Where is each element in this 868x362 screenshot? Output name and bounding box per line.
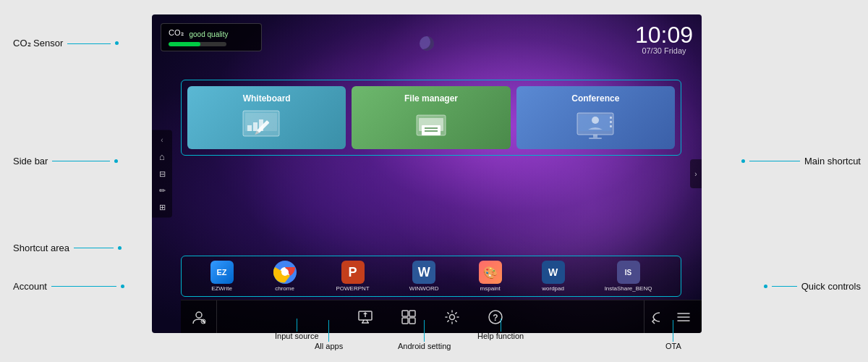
moon-icon [420, 36, 434, 51]
sidebar-apps-icon[interactable]: ⊞ [159, 203, 166, 212]
whiteboard-app[interactable]: Whiteboard [187, 86, 346, 149]
word-label: WINWORD [409, 285, 439, 292]
svg-rect-2 [247, 125, 252, 131]
svg-rect-9 [422, 125, 441, 135]
input-source-icon [357, 309, 373, 325]
sidebar-collapse-icon[interactable]: ‹ [161, 136, 163, 144]
conference-app[interactable]: Conference [516, 86, 675, 149]
main-shortcut-area: Whiteboard File manager [181, 80, 681, 156]
all-apps-annotation: All apps [315, 320, 343, 350]
mspaint-shortcut[interactable]: 🎨 mspaint [479, 261, 502, 292]
shortcut-area-label: Shortcut area [13, 243, 69, 253]
instashare-shortcut[interactable]: IS InstaShare_BENQ [605, 261, 652, 292]
co2-widget: CO₂ good quality [161, 23, 262, 51]
svg-rect-3 [253, 122, 258, 131]
screen-right-arrow[interactable]: › [690, 159, 702, 188]
co2-quality: good quality [190, 30, 229, 38]
clock-date: 07/30 Friday [635, 46, 693, 55]
svg-rect-33 [402, 311, 408, 316]
shortcut-bar: EZ EZWrite chrome [181, 256, 681, 297]
ota-annotation: OTA [665, 320, 681, 350]
main-screen: CO₂ good quality 10:09 07/30 Friday ‹ ⌂ … [152, 14, 702, 333]
ezwrite-shortcut[interactable]: EZ EZWrite [210, 261, 234, 292]
wordpad-icon: W [542, 261, 565, 284]
svg-rect-18 [610, 121, 612, 123]
conference-icon [570, 109, 621, 142]
input-source-label: Input source [275, 332, 319, 340]
svg-point-37 [450, 314, 455, 319]
chrome-shortcut[interactable]: chrome [273, 261, 297, 292]
main-shortcut-annotation-label: Main shortcut [804, 156, 861, 167]
mspaint-label: mspaint [480, 285, 501, 292]
instashare-label: InstaShare_BENQ [605, 285, 652, 292]
sidebar-home-icon[interactable]: ⌂ [159, 151, 165, 162]
quick-controls-icon [649, 309, 665, 325]
svg-point-14 [592, 117, 599, 124]
help-function-annotation: Help function [477, 319, 524, 340]
powerpoint-label: POWERPNT [336, 285, 370, 292]
co2-bar [169, 42, 226, 46]
file-manager-label: File manager [404, 93, 458, 104]
shortcut-area-annotation: Shortcut area [13, 243, 122, 253]
sidebar-annotation-label: Side bar [13, 156, 48, 167]
svg-marker-32 [363, 312, 367, 314]
powerpoint-shortcut[interactable]: P POWERPNT [336, 261, 370, 292]
input-source-annotation: Input source [275, 319, 319, 340]
svg-point-23 [196, 312, 202, 318]
svg-rect-16 [589, 138, 602, 139]
co2-annotation-label: CO₂ Sensor [13, 38, 63, 49]
clock-time: 10:09 [635, 23, 693, 46]
account-annotation-label: Account [13, 281, 47, 292]
sidebar-display-icon[interactable]: ⊟ [159, 169, 166, 179]
svg-rect-34 [409, 311, 415, 316]
wordpad-label: wordpad [542, 285, 564, 292]
svg-point-22 [281, 269, 289, 276]
quick-controls-annotation-label: Quick controls [801, 281, 861, 292]
svg-rect-15 [593, 135, 597, 138]
chrome-icon [273, 261, 297, 284]
word-shortcut[interactable]: W WINWORD [409, 261, 439, 292]
account-icon [191, 309, 207, 325]
sidebar-pen-icon[interactable]: ✏ [159, 186, 166, 195]
co2-annotation: CO₂ Sensor [13, 38, 119, 49]
main-shortcut-annotation: Main shortcut [741, 156, 861, 167]
whiteboard-icon [242, 109, 292, 142]
android-setting-label: Android setting [398, 342, 451, 350]
ezwrite-icon: EZ [210, 261, 234, 284]
ezwrite-label: EZWrite [211, 285, 232, 292]
all-apps-label: All apps [315, 342, 343, 350]
svg-rect-19 [610, 125, 612, 127]
co2-bar-fill [169, 42, 200, 46]
sidebar-annotation: Side bar [13, 156, 118, 167]
account-annotation: Account [13, 281, 124, 292]
co2-title: CO₂ [169, 28, 184, 38]
file-manager-icon [406, 109, 456, 142]
wordpad-shortcut[interactable]: W wordpad [542, 261, 565, 292]
whiteboard-label: Whiteboard [243, 93, 291, 104]
file-manager-app[interactable]: File manager [352, 86, 510, 149]
word-icon: W [412, 261, 435, 284]
help-function-label: Help function [477, 332, 524, 340]
powerpoint-icon: P [341, 261, 365, 284]
conference-label: Conference [571, 93, 619, 104]
android-setting-annotation: Android setting [398, 320, 451, 350]
quick-controls-annotation: Quick controls [764, 281, 861, 292]
ota-label: OTA [665, 342, 681, 350]
mspaint-icon: 🎨 [479, 261, 502, 284]
svg-rect-17 [610, 117, 612, 119]
input-source-button[interactable] [352, 304, 378, 330]
chrome-label: chrome [275, 285, 294, 292]
screen-sidebar[interactable]: ‹ ⌂ ⊟ ✏ ⊞ [152, 130, 172, 218]
clock: 10:09 07/30 Friday [635, 23, 693, 55]
account-button[interactable] [181, 300, 217, 333]
instashare-icon: IS [617, 261, 640, 284]
